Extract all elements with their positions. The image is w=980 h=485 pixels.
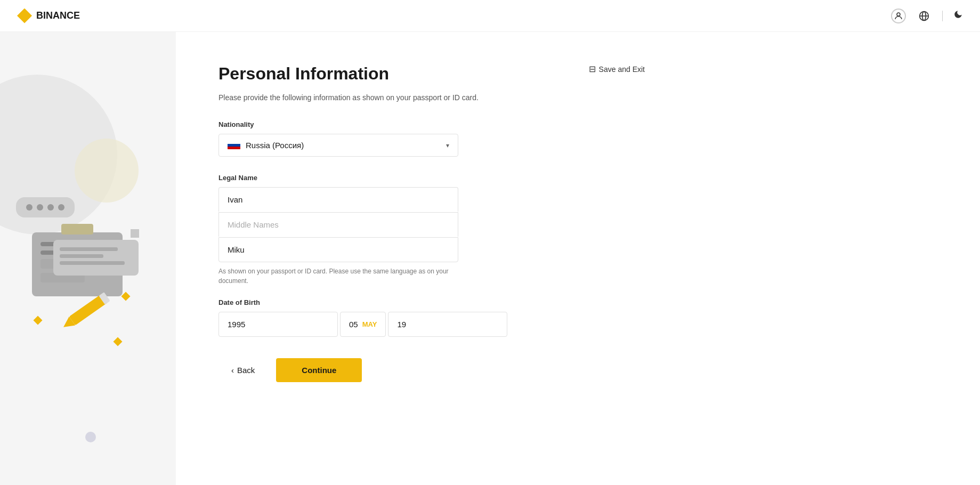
dots-bar [16,197,75,217]
back-arrow-icon: ‹ [231,366,234,375]
header: BINANCE [0,0,980,32]
dot-1 [26,204,33,211]
russia-flag-icon [228,141,240,150]
pencil-icon [59,290,111,334]
nationality-label: Nationality [218,120,645,128]
diamond-accent-2 [114,337,123,346]
page-wrapper: ⊟ Save and Exit Personal Information Ple… [0,32,980,485]
continue-label: Continue [302,366,336,375]
sidebar [0,32,176,485]
globe-icon[interactable] [917,9,932,23]
nationality-value: Russia (Россия) [246,141,304,150]
dot-2 [37,204,43,211]
last-name-wrapper [218,237,645,262]
circle-accent [85,432,96,442]
clipboard-back [53,240,139,276]
main-content: ⊟ Save and Exit Personal Information Ple… [176,32,687,485]
nationality-dropdown[interactable]: Russia (Россия) ▾ [218,134,458,157]
page-title: Personal Information [218,64,645,84]
dob-year-input[interactable] [218,312,338,337]
header-right [891,9,963,23]
bg-circle-small [75,139,139,203]
dob-month-str: MAY [362,320,377,328]
dot-3 [47,204,54,211]
dob-day-input[interactable] [388,312,507,337]
nationality-selected: Russia (Россия) [228,141,304,150]
legal-name-hint: As shown on your passport or ID card. Pl… [218,266,458,286]
header-divider [942,11,943,21]
legal-name-label: Legal Name [218,174,645,182]
theme-toggle-icon[interactable] [953,10,963,22]
first-name-input[interactable] [218,187,458,212]
middle-name-input[interactable] [218,212,458,237]
dob-label: Date of Birth [218,298,645,306]
save-exit-button[interactable]: ⊟ Save and Exit [589,64,645,74]
svg-point-0 [897,13,900,16]
legal-name-section: Legal Name As shown on your passport or … [218,174,645,286]
sidebar-illustration [0,32,176,485]
dot-4 [58,204,64,211]
logo[interactable]: BINANCE [17,9,80,23]
save-exit-label: Save and Exit [599,65,645,74]
diamond-accent-3 [122,292,131,301]
profile-icon[interactable] [891,9,906,23]
logo-text: BINANCE [36,10,80,21]
dob-section: Date of Birth 05 MAY [218,298,645,337]
dob-month-display[interactable]: 05 MAY [340,312,386,337]
back-label: Back [237,366,255,375]
square-accent [131,229,139,238]
last-name-input[interactable] [218,237,458,262]
dob-fields: 05 MAY [218,312,458,337]
middle-name-wrapper [218,212,645,237]
dob-month-num: 05 [349,320,358,329]
back-button[interactable]: ‹ Back [218,358,268,382]
binance-logo-diamond [17,9,32,23]
diamond-accent-1 [34,316,43,325]
button-row: ‹ Back Continue [218,358,645,382]
first-name-wrapper [218,187,645,212]
chevron-down-icon: ▾ [446,142,449,149]
page-description: Please provide the following information… [218,92,645,103]
continue-button[interactable]: Continue [276,358,362,382]
flag-red-stripe [228,147,240,149]
save-exit-icon: ⊟ [589,64,596,74]
clipboard-clip [61,224,93,235]
